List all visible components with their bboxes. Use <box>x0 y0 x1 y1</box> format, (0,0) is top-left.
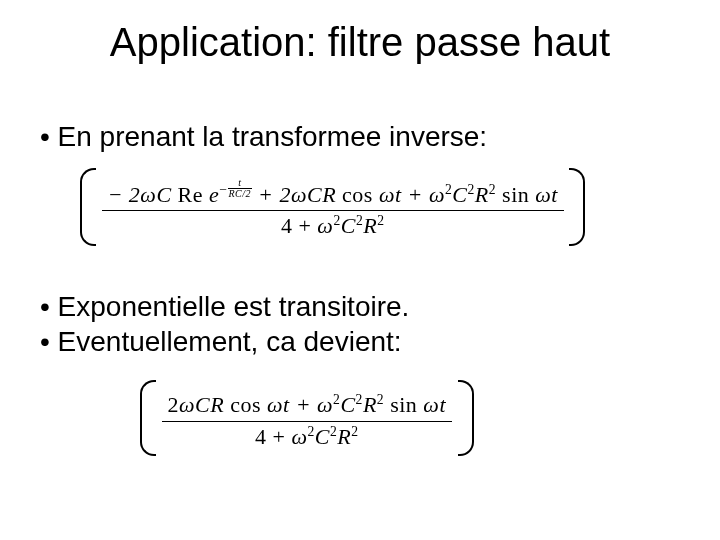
f2-domega: ω <box>291 424 307 449</box>
f1-num-part1: − 2 <box>108 182 141 207</box>
f1-dR: R <box>363 214 377 239</box>
f1-d4: 4 + <box>281 214 317 239</box>
f2-omega3: ω <box>317 393 333 418</box>
f1-omega1: ω <box>140 182 156 207</box>
f1-cos: cos <box>336 182 379 207</box>
f2-cos: cos <box>224 393 267 418</box>
lparen-icon <box>80 168 96 252</box>
f1-e: e <box>209 182 219 207</box>
rparen-icon <box>569 168 585 252</box>
bullet-3: Eventuellement, ca devient: <box>40 325 402 359</box>
f2-dC: C <box>315 424 330 449</box>
f1-sq3: 2 <box>489 182 496 197</box>
f1-omega2: ω <box>291 182 307 207</box>
f2-R: R <box>363 393 377 418</box>
f1-plus2: + <box>402 182 429 207</box>
formula-2: 2ωCR cos ωt + ω2C2R2 sin ωt 4 + ω2C2R2 <box>140 380 540 462</box>
f1-sin: sin <box>496 182 535 207</box>
formula-1: − 2ωC Re e−tRC/2 + 2ωCR cos ωt + ω2C2R2 … <box>80 168 620 252</box>
f1-domega: ω <box>317 214 333 239</box>
f2-dsq3: 2 <box>351 424 358 439</box>
f1-omega3: ω <box>379 182 395 207</box>
f2-2: 2 <box>168 393 180 418</box>
f2-sin: sin <box>384 393 423 418</box>
f2-t2: t <box>439 393 446 418</box>
bullet-1: En prenant la transformee inverse: <box>40 120 487 154</box>
rparen-icon-2 <box>458 380 474 462</box>
f2-sq2: 2 <box>356 392 363 407</box>
f2-CR: CR <box>195 393 224 418</box>
f2-C: C <box>340 393 355 418</box>
f1-exp: −tRC/2 <box>219 182 252 197</box>
f2-dsq1: 2 <box>307 424 314 439</box>
f1-Re: Re <box>172 182 203 207</box>
f1-t1: t <box>395 182 402 207</box>
f1-sq2: 2 <box>468 182 475 197</box>
f2-d4: 4 + <box>255 424 291 449</box>
slide-title: Application: filtre passe haut <box>0 20 720 65</box>
f1-dsq1: 2 <box>333 213 340 228</box>
f1-omega5: ω <box>535 182 551 207</box>
f1-dC: C <box>341 214 356 239</box>
f1-t2: t <box>551 182 558 207</box>
f2-omega4: ω <box>423 393 439 418</box>
f1-omega4: ω <box>429 182 445 207</box>
f1-C2: C <box>452 182 467 207</box>
f1-C1: C <box>156 182 171 207</box>
f1-plus1: + 2 <box>252 182 291 207</box>
bullet-2: Exponentielle est transitoire. <box>40 290 409 324</box>
f2-dR: R <box>337 424 351 449</box>
lparen-icon-2 <box>140 380 156 462</box>
f2-omega2: ω <box>267 393 283 418</box>
f1-CR: CR <box>307 182 336 207</box>
f2-omega1: ω <box>179 393 195 418</box>
slide: Application: filtre passe haut En prenan… <box>0 0 720 540</box>
f2-plus: + <box>290 393 317 418</box>
f1-R2: R <box>475 182 489 207</box>
f2-t1: t <box>283 393 290 418</box>
f1-dsq3: 2 <box>377 213 384 228</box>
